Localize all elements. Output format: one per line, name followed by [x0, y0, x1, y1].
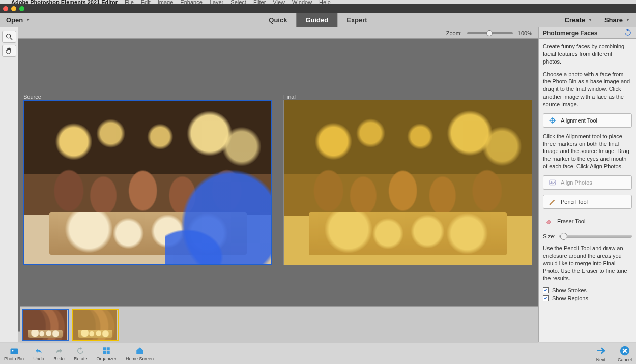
canvas-area: Source Final [18, 39, 538, 331]
zoom-value: 100% [518, 30, 532, 36]
final-label: Final [283, 94, 296, 100]
share-label: Share [604, 16, 623, 24]
size-slider[interactable] [559, 235, 632, 238]
chevron-down-icon: ▼ [626, 18, 630, 22]
create-button[interactable]: Create ▼ [559, 13, 598, 27]
chevron-down-icon: ▼ [588, 18, 592, 22]
app-name: Adobe Photoshop Elements 2021 Editor [11, 0, 118, 4]
panel-title: Photomerge Faces [543, 29, 597, 37]
hand-tool-icon[interactable] [2, 45, 16, 57]
menu-edit[interactable]: Edit [141, 0, 151, 4]
share-button[interactable]: Share ▼ [598, 13, 636, 27]
home-icon [134, 346, 146, 355]
menu-select[interactable]: Select [230, 0, 246, 4]
next-button[interactable]: Next [594, 345, 608, 362]
redo-button[interactable]: Redo [53, 346, 65, 361]
svg-rect-9 [103, 347, 106, 350]
redo-label: Redo [53, 356, 65, 361]
open-label: Open [6, 16, 23, 24]
panel-intro-2: Choose a photo with a face from the Phot… [543, 71, 632, 108]
eraser-tool-button[interactable]: Eraser Tool [543, 214, 632, 228]
svg-point-8 [12, 350, 13, 351]
target-icon [548, 116, 557, 125]
rotate-button[interactable]: Rotate [74, 346, 88, 361]
region-overlay [284, 100, 532, 265]
cancel-button[interactable]: Cancel [618, 345, 632, 362]
svg-point-0 [6, 34, 10, 38]
panel-pencil-help: Use the Pencil Tool and draw an enclosur… [543, 245, 632, 282]
tab-guided[interactable]: Guided [296, 13, 337, 27]
source-image[interactable] [23, 100, 272, 265]
create-label: Create [565, 16, 585, 24]
window-titlebar [0, 4, 636, 13]
cancel-icon [618, 345, 631, 356]
menu-help[interactable]: Help [319, 0, 331, 4]
panel-intro-1: Create funny faces by combining facial f… [543, 43, 632, 66]
undo-icon [33, 346, 44, 355]
photo-bin-icon [9, 346, 20, 355]
menu-view[interactable]: View [273, 0, 285, 4]
menu-layer[interactable]: Layer [210, 0, 224, 4]
image-icon [548, 178, 557, 187]
panel-align-help: Click the Alignment tool to place three … [543, 133, 632, 170]
chevron-down-icon: ▼ [26, 18, 30, 22]
show-strokes-label: Show Strokes [552, 287, 587, 293]
tab-expert[interactable]: Expert [337, 13, 376, 27]
menu-window[interactable]: Window [292, 0, 312, 4]
arrow-right-icon [594, 345, 608, 356]
pencil-tool-button[interactable]: Pencil Tool [543, 195, 632, 209]
alignment-tool-button[interactable]: Alignment Tool [543, 113, 632, 128]
zoom-bar: Zoom: 100% [18, 27, 538, 39]
zoom-tool-icon[interactable] [2, 31, 16, 43]
eraser-icon [545, 217, 553, 225]
size-label: Size: [543, 233, 555, 239]
mode-tabs: Quick Guided Expert [259, 13, 376, 27]
close-icon[interactable] [3, 6, 8, 11]
next-label: Next [596, 357, 606, 362]
photo-bin-label: Photo Bin [4, 356, 24, 361]
final-image[interactable] [283, 100, 532, 265]
organizer-button[interactable]: Organizer [97, 346, 117, 361]
show-regions-checkbox[interactable]: ✔ [543, 295, 549, 301]
macos-menubar: Adobe Photoshop Elements 2021 Editor Fil… [0, 0, 636, 4]
home-label: Home Screen [126, 356, 154, 361]
menu-enhance[interactable]: Enhance [180, 0, 202, 4]
open-button[interactable]: Open ▼ [0, 13, 36, 27]
cancel-label: Cancel [618, 357, 632, 362]
photobin-thumb-2[interactable] [73, 310, 117, 340]
maximize-icon[interactable] [19, 6, 24, 11]
photobin-thumb-1[interactable] [23, 310, 67, 340]
zoom-slider-knob[interactable] [486, 30, 493, 36]
organizer-label: Organizer [97, 356, 117, 361]
menu-filter[interactable]: Filter [253, 0, 266, 4]
svg-rect-11 [103, 351, 106, 354]
undo-button[interactable]: Undo [33, 346, 44, 361]
zoom-slider[interactable] [467, 32, 513, 34]
tool-rail [0, 27, 18, 342]
undo-label: Undo [33, 356, 44, 361]
selection-overlay [165, 161, 272, 265]
align-photos-label: Align Photos [561, 179, 592, 186]
tab-quick[interactable]: Quick [259, 13, 296, 27]
svg-rect-10 [107, 347, 110, 350]
home-screen-button[interactable]: Home Screen [126, 346, 154, 361]
svg-rect-12 [107, 351, 110, 354]
guided-panel: Photomerge Faces Create funny faces by c… [538, 27, 636, 342]
reset-icon[interactable] [624, 29, 632, 37]
eraser-tool-label: Eraser Tool [557, 218, 585, 224]
rotate-label: Rotate [74, 356, 88, 361]
photo-bin [20, 306, 538, 343]
pencil-tool-label: Pencil Tool [561, 199, 588, 205]
show-regions-label: Show Regions [552, 295, 588, 301]
show-strokes-checkbox[interactable]: ✔ [543, 287, 549, 293]
menu-image[interactable]: Image [158, 0, 174, 4]
zoom-label: Zoom: [446, 30, 462, 36]
source-label: Source [23, 94, 41, 100]
minimize-icon[interactable] [11, 6, 16, 11]
menu-file[interactable]: File [125, 0, 134, 4]
align-photos-button[interactable]: Align Photos [543, 175, 632, 190]
photo-bin-button[interactable]: Photo Bin [4, 346, 24, 361]
size-slider-knob[interactable] [560, 233, 567, 240]
alignment-tool-label: Alignment Tool [561, 117, 597, 124]
redo-icon [53, 346, 65, 355]
